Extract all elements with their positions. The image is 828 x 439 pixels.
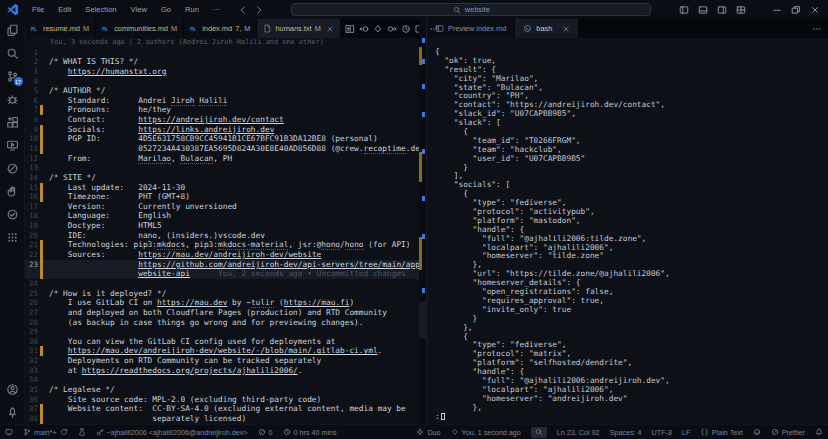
arrow-circle-right-icon[interactable]: [387, 24, 397, 34]
gitlab-duo-status[interactable]: Duo: [411, 425, 445, 439]
formatter-status[interactable]: Prettier: [766, 425, 810, 439]
wakatime-status[interactable]: 0 hrs 40 mins: [278, 425, 342, 439]
line-number[interactable]: 9: [25, 125, 40, 135]
line-number[interactable]: 1: [25, 48, 40, 58]
editor-line[interactable]: 2/* WHAT IS THIS? */: [25, 57, 426, 67]
tab-bash[interactable]: bash: [515, 19, 579, 38]
restore-icon[interactable]: [791, 5, 801, 15]
editor-line[interactable]: 27 and deployed on both Cloudflare Pages…: [25, 308, 426, 318]
language-mode[interactable]: {} Plain Text: [695, 425, 747, 439]
editor-line[interactable]: 36 Site source code: MPL-2.0 (excluding …: [25, 395, 426, 405]
line-number[interactable]: 17: [25, 202, 40, 212]
activity-monitor-icon[interactable]: [0, 134, 25, 157]
line-number[interactable]: 7: [25, 105, 40, 115]
line-number[interactable]: 36: [25, 395, 40, 405]
close-tab-icon[interactable]: [326, 25, 334, 33]
editor-line[interactable]: 26 I use GitLab CI on https://mau.dev by…: [25, 298, 426, 308]
editor-line[interactable]: 14/* SITE */: [25, 173, 426, 183]
activity-run-debug-icon[interactable]: [0, 88, 25, 111]
toggle-panel-icon[interactable]: [698, 5, 708, 15]
editor-line[interactable]: 25/* How is it deployed? */: [25, 289, 426, 299]
encoding-status[interactable]: UTF-8: [647, 425, 677, 439]
indentation-status[interactable]: Spaces: 4: [605, 425, 647, 439]
line-number[interactable]: 30: [25, 337, 40, 347]
editor-line[interactable]: 13: [25, 163, 426, 173]
line-number[interactable]: 33: [25, 366, 40, 376]
line-number[interactable]: 6: [25, 96, 40, 106]
editor-line[interactable]: 35/* Legalese */: [25, 385, 426, 395]
editor-line[interactable]: 34: [25, 375, 426, 385]
activity-circle-slash-icon[interactable]: [0, 157, 25, 180]
tab-communities-md[interactable]: M↓communities.mdM: [96, 19, 184, 38]
line-number[interactable]: 37: [25, 404, 40, 414]
search-chip[interactable]: [526, 425, 552, 439]
menu-view[interactable]: View: [124, 0, 154, 19]
line-number[interactable]: 20: [25, 231, 40, 241]
editor-line[interactable]: website-api You, 2 seconds ago • Uncommi…: [25, 269, 426, 279]
line-number[interactable]: 22: [25, 250, 40, 260]
line-number[interactable]: 5: [25, 86, 40, 96]
editor-line[interactable]: 19 Doctype: HTML5: [25, 221, 426, 231]
line-number[interactable]: 13: [25, 163, 40, 173]
editor[interactable]: 12/* WHAT IS THIS? */3 https://humanstxt…: [25, 48, 426, 424]
editor-line[interactable]: 1: [25, 48, 426, 58]
line-number[interactable]: 32: [25, 356, 40, 366]
feedback-status[interactable]: [748, 425, 766, 439]
activity-source-control-icon[interactable]: 17: [0, 65, 25, 88]
editor-line[interactable]: 23 https://github.com/andreijiroh-dev/ap…: [25, 260, 426, 270]
editor-line[interactable]: 37 Website content: CC-BY-SA-4.0 (exclud…: [25, 404, 426, 414]
line-number[interactable]: 23: [25, 260, 40, 270]
activity-search-icon[interactable]: [0, 42, 25, 65]
line-number[interactable]: 31: [25, 346, 40, 356]
close-tab-icon[interactable]: [562, 25, 570, 33]
editor-line[interactable]: 18 Language: English: [25, 211, 426, 221]
editor-line[interactable]: 16 Timezone: PHT (GMT+8): [25, 192, 426, 202]
toggle-secondary-sidebar-icon[interactable]: [717, 5, 727, 15]
close-window-icon[interactable]: [810, 5, 820, 15]
editor-line[interactable]: 24: [25, 279, 426, 289]
editor-line[interactable]: 9 Socials: https://links.andreijiroh.dev: [25, 125, 426, 135]
diamond-icon[interactable]: [373, 24, 383, 34]
line-number[interactable]: 8: [25, 115, 40, 125]
line-number[interactable]: 26: [25, 298, 40, 308]
editor-line[interactable]: 17 Version: Currently unversioned: [25, 202, 426, 212]
activity-hand-icon[interactable]: [0, 180, 25, 203]
cursor-position[interactable]: Ln 23, Col 92: [552, 425, 605, 439]
line-number[interactable]: 27: [25, 308, 40, 318]
line-number[interactable]: 34: [25, 375, 40, 385]
line-number[interactable]: 12: [25, 154, 40, 164]
editor-line[interactable]: 11 0527234A430387EA5695D824A30E8E40AD856…: [25, 144, 426, 154]
minimize-icon[interactable]: [772, 5, 782, 15]
problems-status[interactable]: 0: [253, 425, 278, 439]
tab-resume-md[interactable]: M↓resume.mdM: [25, 19, 96, 38]
line-number[interactable]: 16: [25, 192, 40, 202]
line-number[interactable]: 28: [25, 318, 40, 328]
activity-rocket-icon[interactable]: [0, 401, 25, 424]
editor-line[interactable]: 4: [25, 77, 426, 87]
command-center[interactable]: website: [291, 3, 651, 16]
menu-file[interactable]: File: [25, 0, 51, 19]
history-icon[interactable]: [401, 24, 411, 34]
editor-line[interactable]: 29: [25, 327, 426, 337]
editor-line[interactable]: 38 separately licensed): [25, 414, 426, 424]
line-number[interactable]: 24: [25, 279, 40, 289]
commit-signer[interactable]: ~ajhalili2006 <ajhalili2006@andreijiroh.…: [91, 425, 253, 439]
line-number[interactable]: 15: [25, 183, 40, 193]
terminal[interactable]: { "ok": true, "result": { "city": "Maril…: [427, 38, 828, 424]
editor-line[interactable]: 5/* AUTHOR */: [25, 86, 426, 96]
line-number[interactable]: 14: [25, 173, 40, 183]
editor-line[interactable]: 3 https://humanstxt.org: [25, 67, 426, 77]
line-number[interactable]: 2: [25, 57, 40, 67]
editor-line[interactable]: 30 You can view the GitLab CI config use…: [25, 337, 426, 347]
editor-line[interactable]: 7 Pronouns: he/they: [25, 105, 426, 115]
branch-status[interactable]: main*+: [18, 425, 73, 439]
line-number[interactable]: 18: [25, 211, 40, 221]
editor-line[interactable]: 21 Technologies: pip3:mkdocs, pip3:mkdoc…: [25, 240, 426, 250]
file-diff-icon[interactable]: [345, 24, 355, 34]
panel-more-actions-icon[interactable]: [812, 24, 822, 34]
editor-line[interactable]: 6 Standard: Andrei Jiroh Halili: [25, 96, 426, 106]
tab-index-md[interactable]: M↓index.md7,M: [184, 19, 257, 38]
line-number[interactable]: 38: [25, 414, 40, 424]
editor-line[interactable]: 15 Last update: 2024-11-30: [25, 183, 426, 193]
ellipsis-icon[interactable]: [429, 24, 439, 34]
